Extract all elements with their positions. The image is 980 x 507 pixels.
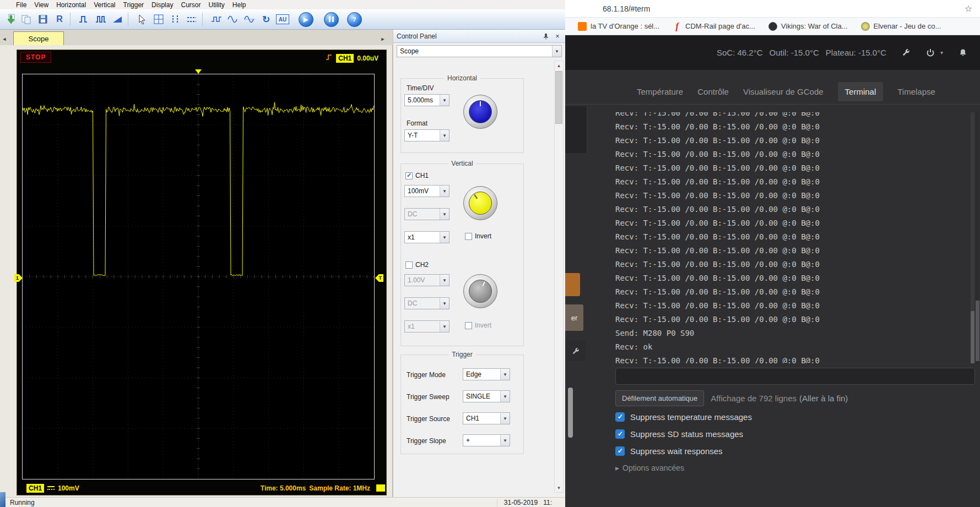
tab-control[interactable]: Contrôle [697,82,729,101]
settings-wrench-icon[interactable] [901,47,911,58]
autoset-button[interactable]: AU [275,12,290,27]
ch1-coupling-select[interactable]: DC▼ [404,208,450,220]
trigger-position-marker[interactable] [195,69,202,74]
advanced-options-toggle[interactable]: ▸ Options avancées [615,464,684,472]
ch2-position-knob[interactable] [463,274,497,308]
help-button[interactable]: ? [346,12,362,27]
bookmark-label: Vikings: War of Cla... [781,22,848,30]
terminal-line: Recv: T:-15.00 /0.00 B:-15.00 /0.00 @:0 … [615,175,975,189]
url-text[interactable]: 68.1.18/#term [603,4,650,13]
trigger-readout: CH1 0.00uV [325,53,378,63]
sine-wave-button[interactable] [225,12,241,27]
ch1-invert-checkbox[interactable] [465,233,472,240]
ramp-wave-button[interactable] [110,12,125,27]
terminal-output[interactable]: Recv: T:-15.00 /0.00 B:-15.00 /0.00 @:0 … [615,112,975,363]
tab-temperature[interactable]: Température [637,82,683,101]
grid-cursor-button[interactable] [151,12,166,27]
ch2-coupling-select[interactable]: DC▼ [404,297,450,309]
horizontal-cursors-button[interactable] [184,12,199,27]
bookmark-item[interactable]: Vikings: War of Cla... [768,22,848,31]
menu-display[interactable]: Display [148,1,177,9]
horizontal-position-knob[interactable] [463,95,497,129]
menu-help[interactable]: Help [229,1,250,9]
ch2-scale-select[interactable]: 1.00V▼ [404,274,450,286]
trigger-source-select[interactable]: CH1▼ [463,412,510,424]
trigger-mode-value: Edge [463,370,500,378]
ch1-probe-select[interactable]: x1▼ [404,231,450,243]
ch1-checkbox[interactable] [405,172,413,179]
ch1-ground-marker[interactable]: 1 [14,274,23,282]
sidebar-button-fragment[interactable]: er [565,304,583,331]
load-data-button[interactable] [2,12,18,27]
reference-wave-button[interactable]: R [52,12,67,27]
trigger-slope-select[interactable]: +▼ [463,434,510,446]
trigger-slope-label: Trigger Slope [407,437,446,445]
timediv-select[interactable]: 5.000ms▼ [404,94,450,106]
suppress-sd-checkbox[interactable] [615,429,625,439]
trigger-sweep-select[interactable]: SINGLE▼ [463,390,510,402]
export-button[interactable] [19,12,34,27]
bookmark-star-icon[interactable]: ☆ [965,3,972,14]
panel-selector[interactable]: Scope▼ [397,45,562,57]
square-wave-button[interactable] [209,12,224,27]
ch2-checkbox[interactable] [405,261,413,269]
pin-icon[interactable] [542,32,550,40]
notifications-bell-icon[interactable] [957,47,968,58]
bookmark-item[interactable]: Elvenar - Jeu de co... [861,22,941,31]
terminal-scrollbar [971,112,974,363]
close-icon[interactable]: × [553,32,562,40]
status-bar: Running 31-05-2019 11: [6,497,565,507]
scroll-up-icon[interactable]: ▲ [555,61,563,70]
vikings-favicon [768,22,777,31]
ch1-position-knob[interactable] [463,186,497,220]
tab-scroll-left-icon[interactable]: ◄ [0,33,9,45]
sidebar-scrollbar-fragment[interactable] [568,388,573,438]
sidebar-button-fragment[interactable] [565,273,580,296]
save-button[interactable] [35,12,51,27]
power-icon[interactable] [925,47,936,58]
tab-gcode-viewer[interactable]: Visualiseur de GCode [743,82,824,101]
ch2-invert-checkbox[interactable] [465,322,472,329]
pause-button[interactable] [323,12,339,27]
tab-timelapse[interactable]: Timelapse [897,82,935,101]
autoscroll-button[interactable]: Défilement automatique [615,390,704,406]
scrollbar-thumb[interactable] [555,71,562,124]
ch1-scale-select[interactable]: 100mV▼ [404,185,450,197]
gcode-command-input[interactable] [615,368,975,385]
tab-scroll-right-icon[interactable]: ► [378,33,387,45]
power-caret-icon[interactable]: ▾ [940,50,943,56]
suppress-wait-checkbox[interactable] [615,446,625,456]
suppress-temperature-checkbox[interactable] [615,412,625,422]
menu-view[interactable]: View [30,1,52,9]
goto-end-link[interactable]: (Aller à la fin) [799,394,848,403]
address-bar[interactable]: 68.1.18/#term ☆ [565,0,980,18]
menu-utility[interactable]: Utility [204,1,228,9]
menu-horizontal[interactable]: Horizontal [52,1,90,9]
format-select[interactable]: Y-T▼ [404,129,450,141]
vertical-cursors-button[interactable] [167,12,183,27]
trigger-mode-select[interactable]: Edge▼ [463,368,510,380]
menu-file[interactable]: File [12,1,30,9]
menu-trigger[interactable]: Trigger [120,1,148,9]
pulse-wave-button[interactable] [77,12,92,27]
pulse-train-button[interactable] [93,12,109,27]
menu-vertical[interactable]: Vertical [90,1,119,9]
menu-cursor[interactable]: Cursor [177,1,204,9]
resize-grip[interactable] [376,484,385,492]
sidebar-wrench-fragment[interactable] [565,341,586,361]
scroll-down-icon[interactable]: ▼ [555,483,563,492]
tab-terminal[interactable]: Terminal [838,82,884,101]
scrollbar-thumb[interactable] [976,301,979,361]
tab-scope[interactable]: Scope [13,31,64,45]
bookmark-item[interactable]: fCDM-Rail page d'ac... [673,22,755,31]
scrollbar-thumb[interactable] [971,311,974,363]
sine-wave-axis-button[interactable] [242,12,257,27]
bookmark-item[interactable]: la TV d'Orange : sél... [578,22,659,31]
cursor-arrow-button[interactable] [134,12,150,27]
run-button[interactable]: ▶ [298,12,313,27]
terminal-line: Recv: T:-15.00 /0.00 B:-15.00 /0.00 @:0 … [615,299,975,313]
refresh-button[interactable]: ↻ [258,12,274,27]
trigger-level-marker[interactable]: T [375,274,383,282]
ch2-probe-select[interactable]: x1▼ [404,320,450,332]
scope-screen[interactable] [22,74,375,479]
